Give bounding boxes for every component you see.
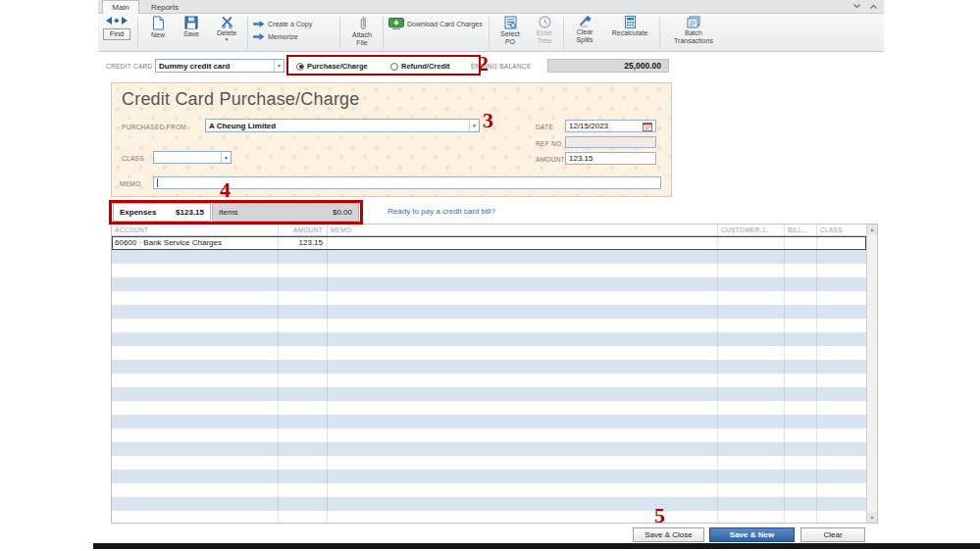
new-button[interactable]: New — [143, 16, 173, 39]
empty-cell[interactable] — [817, 374, 866, 387]
empty-cell[interactable] — [328, 401, 718, 415]
empty-cell[interactable] — [279, 332, 328, 346]
empty-cell[interactable] — [279, 415, 328, 428]
empty-table-row[interactable] — [112, 291, 866, 305]
empty-table-row[interactable] — [112, 470, 866, 483]
amount-field[interactable]: 123.15 — [565, 152, 656, 165]
empty-cell[interactable] — [112, 305, 279, 319]
empty-cell[interactable] — [328, 442, 718, 456]
empty-cell[interactable] — [718, 456, 785, 470]
empty-cell[interactable] — [112, 332, 279, 346]
empty-cell[interactable] — [785, 387, 817, 401]
empty-cell[interactable] — [112, 277, 279, 291]
empty-cell[interactable] — [328, 319, 718, 332]
empty-cell[interactable] — [328, 428, 718, 442]
create-copy-button[interactable]: Create a Copy — [253, 18, 312, 30]
empty-cell[interactable] — [718, 442, 785, 456]
empty-cell[interactable] — [718, 428, 785, 442]
empty-cell[interactable] — [785, 319, 817, 332]
empty-cell[interactable] — [279, 387, 328, 401]
cell-customer[interactable] — [718, 236, 785, 250]
empty-cell[interactable] — [718, 374, 785, 387]
empty-cell[interactable] — [328, 332, 718, 346]
save-new-button[interactable]: Save & New — [709, 527, 795, 542]
empty-cell[interactable] — [785, 374, 817, 387]
empty-cell[interactable] — [112, 291, 279, 305]
table-row-selected[interactable]: 60600 · Bank Service Charges 123.15 — [112, 236, 866, 250]
empty-cell[interactable] — [785, 291, 817, 305]
empty-cell[interactable] — [817, 250, 866, 264]
purchased-from-select[interactable]: A Cheung Limited ▼ — [205, 119, 480, 132]
empty-cell[interactable] — [718, 277, 785, 291]
empty-cell[interactable] — [328, 374, 718, 387]
vertical-scrollbar[interactable]: ▲ ▼ — [866, 225, 877, 523]
empty-cell[interactable] — [279, 346, 328, 360]
find-back-forward-icon[interactable] — [104, 17, 129, 25]
empty-cell[interactable] — [279, 305, 328, 319]
empty-cell[interactable] — [112, 442, 279, 456]
refund-credit-radio[interactable]: Refund/Credit — [390, 62, 450, 71]
empty-cell[interactable] — [112, 511, 279, 523]
empty-cell[interactable] — [279, 470, 328, 483]
empty-cell[interactable] — [328, 360, 718, 374]
empty-cell[interactable] — [279, 483, 328, 497]
delete-button[interactable]: Delete ▼ — [210, 16, 243, 43]
empty-cell[interactable] — [785, 428, 817, 442]
header-memo[interactable]: MEMO — [328, 225, 718, 235]
pay-credit-card-bill-link[interactable]: Ready to pay a credit card bill? — [387, 207, 495, 216]
empty-table-row[interactable] — [112, 250, 866, 264]
empty-cell[interactable] — [279, 401, 328, 415]
tab-items[interactable]: Items $0.00 — [212, 203, 359, 222]
header-account[interactable]: ACCOUNT — [112, 225, 279, 235]
empty-cell[interactable] — [785, 305, 817, 319]
empty-cell[interactable] — [817, 387, 866, 401]
empty-cell[interactable] — [328, 291, 718, 305]
clear-splits-button[interactable]: Clear Splits — [568, 16, 601, 44]
empty-table-row[interactable] — [112, 305, 866, 319]
memorize-button[interactable]: Memorize — [253, 30, 312, 43]
cell-account[interactable]: 60600 · Bank Service Charges — [112, 236, 279, 250]
empty-cell[interactable] — [112, 250, 279, 264]
header-class[interactable]: CLASS — [817, 225, 866, 235]
tab-expenses[interactable]: Expenses $123.15 — [113, 203, 211, 222]
empty-cell[interactable] — [817, 264, 866, 277]
empty-cell[interactable] — [817, 456, 866, 470]
empty-cell[interactable] — [785, 442, 817, 456]
empty-cell[interactable] — [328, 470, 718, 483]
select-po-button[interactable]: Select PO — [494, 16, 526, 46]
empty-cell[interactable] — [328, 277, 718, 291]
empty-cell[interactable] — [328, 415, 718, 428]
empty-cell[interactable] — [328, 264, 718, 277]
empty-cell[interactable] — [785, 456, 817, 470]
empty-cell[interactable] — [279, 291, 328, 305]
empty-cell[interactable] — [785, 497, 817, 511]
empty-cell[interactable] — [785, 332, 817, 346]
empty-cell[interactable] — [328, 250, 718, 264]
chevron-down-icon[interactable]: ▼ — [274, 60, 284, 72]
empty-cell[interactable] — [817, 442, 866, 456]
empty-cell[interactable] — [328, 456, 718, 470]
empty-cell[interactable] — [817, 291, 866, 305]
empty-cell[interactable] — [112, 456, 279, 470]
tab-main[interactable]: Main — [102, 0, 139, 14]
empty-cell[interactable] — [112, 374, 279, 387]
empty-cell[interactable] — [112, 319, 279, 332]
empty-cell[interactable] — [718, 319, 785, 332]
empty-table-row[interactable] — [112, 332, 866, 346]
cell-amount[interactable]: 123.15 — [279, 236, 328, 250]
empty-table-row[interactable] — [112, 277, 866, 291]
empty-cell[interactable] — [718, 346, 785, 360]
empty-cell[interactable] — [279, 497, 328, 511]
empty-cell[interactable] — [279, 511, 328, 523]
empty-table-row[interactable] — [112, 319, 866, 332]
empty-cell[interactable] — [817, 401, 866, 415]
empty-cell[interactable] — [112, 470, 279, 483]
empty-cell[interactable] — [785, 346, 817, 360]
empty-cell[interactable] — [785, 264, 817, 277]
empty-cell[interactable] — [279, 442, 328, 456]
cell-billable[interactable] — [785, 236, 817, 250]
enter-time-button[interactable]: Enter Time — [530, 16, 559, 45]
empty-cell[interactable] — [279, 277, 328, 291]
empty-cell[interactable] — [328, 346, 718, 360]
empty-table-row[interactable] — [112, 428, 866, 442]
